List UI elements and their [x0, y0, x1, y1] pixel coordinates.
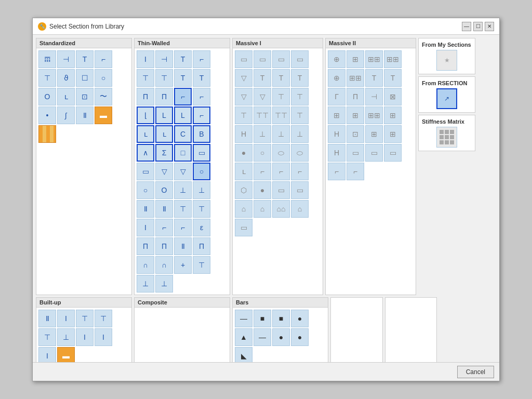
mi-icon-1[interactable]: ▭ — [235, 50, 252, 68]
icon-channel[interactable]: ⊣ — [57, 50, 75, 68]
mii-icon-24[interactable]: ▭ — [384, 144, 402, 162]
bu-icon-8[interactable]: I — [95, 328, 112, 346]
bu-icon-1[interactable]: Ⅱ — [38, 310, 56, 327]
tw-icon-7[interactable]: T — [174, 69, 192, 87]
mi-icon-12[interactable]: ⊤ — [291, 88, 309, 105]
bar-icon-2[interactable]: ■ — [254, 310, 271, 327]
bu-icon-2[interactable]: I — [57, 310, 75, 327]
tw-icon-44[interactable]: Π — [193, 237, 210, 255]
tw-icon-17[interactable]: ʟ — [137, 125, 154, 143]
icon-ibeam2[interactable]: Ⅱ — [76, 107, 94, 124]
mi-icon-4[interactable]: ▭ — [291, 50, 309, 68]
tw-icon-32[interactable]: ⊥ — [193, 181, 210, 199]
mii-icon-14[interactable]: ⊞ — [347, 107, 364, 124]
mi-icon-32[interactable]: ▭ — [291, 181, 309, 199]
bar-icon-6[interactable]: — — [254, 328, 271, 346]
icon-circle[interactable]: ○ — [95, 69, 112, 87]
mi-icon-5[interactable]: ▽ — [235, 69, 252, 87]
mii-icon-8[interactable]: T — [384, 69, 402, 87]
mi-icon-7[interactable]: T — [272, 69, 290, 87]
mi-icon-14[interactable]: ⊤⊤ — [254, 107, 271, 124]
mi-icon-3[interactable]: ▭ — [272, 50, 290, 68]
tw-icon-42[interactable]: Π — [155, 237, 173, 255]
bu-icon-orange[interactable]: ▬ — [57, 347, 75, 362]
tw-icon-24[interactable]: ▭ — [193, 144, 210, 162]
mii-icon-15[interactable]: ⊞⊞ — [365, 107, 383, 124]
tw-icon-2[interactable]: ⊣ — [155, 50, 173, 68]
stiffness-matrix-icon[interactable] — [436, 127, 457, 148]
mi-icon-34[interactable]: ⌂ — [254, 200, 271, 218]
icon-orange-rect[interactable]: ▬ — [95, 107, 112, 124]
tw-icon-29[interactable]: ○ — [137, 181, 154, 199]
tw-icon-14[interactable]: L — [155, 107, 173, 124]
bu-icon-4[interactable]: ⊤ — [95, 310, 112, 327]
icon-box[interactable]: ⊡ — [76, 88, 94, 105]
tw-icon-47[interactable]: + — [174, 256, 192, 274]
tw-icon-43[interactable]: Ⅱ — [174, 237, 192, 255]
mi-icon-33[interactable]: ⌂ — [235, 200, 252, 218]
mi-icon-6[interactable]: T — [254, 69, 271, 87]
mi-icon-10[interactable]: ▽ — [254, 88, 271, 105]
mi-icon-18[interactable]: ⊥ — [254, 125, 271, 143]
mi-icon-16[interactable]: ⊤ — [291, 107, 309, 124]
icon-t-section[interactable]: T — [76, 50, 94, 68]
icon-wave[interactable]: 〜 — [95, 88, 112, 105]
tw-icon-12[interactable]: ⌐ — [193, 88, 210, 105]
bar-icon-4[interactable]: ● — [291, 310, 309, 327]
mi-icon-30[interactable]: ● — [254, 181, 271, 199]
bar-icon-9[interactable]: ◣ — [235, 347, 252, 362]
mii-icon-1[interactable]: ⊕ — [328, 50, 345, 68]
bu-icon-9[interactable]: I — [38, 347, 56, 362]
tw-icon-21[interactable]: ∧ — [137, 144, 154, 162]
mii-icon-12[interactable]: ⊠ — [384, 88, 402, 105]
tw-icon-13[interactable]: ⌊ — [137, 107, 154, 124]
tw-icon-25[interactable]: ▭ — [137, 163, 154, 180]
mi-icon-22[interactable]: ○ — [254, 144, 271, 162]
tw-icon-41[interactable]: Π — [137, 237, 154, 255]
mi-icon-19[interactable]: ⊥ — [272, 125, 290, 143]
bu-icon-5[interactable]: ⊤ — [38, 328, 56, 346]
mi-icon-11[interactable]: ⊤ — [272, 88, 290, 105]
bar-icon-1[interactable]: — — [235, 310, 252, 327]
icon-rect[interactable]: ☐ — [76, 69, 94, 87]
mii-icon-25[interactable]: ⌐ — [328, 163, 345, 180]
mii-icon-9[interactable]: Γ — [328, 88, 345, 105]
tw-icon-34[interactable]: Ⅱ — [155, 200, 173, 218]
minimize-button[interactable]: — — [462, 22, 471, 31]
mi-icon-25[interactable]: ʟ — [235, 163, 252, 180]
tw-icon-33[interactable]: Ⅱ — [137, 200, 154, 218]
tw-icon-23[interactable]: □ — [174, 144, 192, 162]
tw-icon-50[interactable]: ⊥ — [155, 275, 173, 292]
icon-oval[interactable]: O — [38, 88, 56, 105]
mi-icon-28[interactable]: ⌐ — [291, 163, 309, 180]
mi-icon-21[interactable]: ● — [235, 144, 252, 162]
icon-i-beam[interactable]: 𝌠 — [38, 50, 56, 68]
mii-icon-23[interactable]: ▭ — [365, 144, 383, 162]
bar-icon-8[interactable]: ● — [291, 328, 309, 346]
tw-icon-35[interactable]: ⊤ — [174, 200, 192, 218]
bu-icon-7[interactable]: I — [76, 328, 94, 346]
mi-icon-35[interactable]: ⌂⌂ — [272, 200, 290, 218]
tw-icon-18[interactable]: ʟ — [155, 125, 173, 143]
mii-icon-13[interactable]: ⊞ — [328, 107, 345, 124]
tw-icon-8[interactable]: T — [193, 69, 210, 87]
tw-icon-5[interactable]: ⊤ — [137, 69, 154, 87]
tw-icon-39[interactable]: ⌐ — [174, 219, 192, 236]
mi-icon-26[interactable]: ⌐ — [254, 163, 271, 180]
icon-l-shape[interactable]: ʟ — [57, 88, 75, 105]
close-button[interactable]: ✕ — [485, 22, 494, 31]
icon-invt[interactable]: ⊤ — [38, 69, 56, 87]
tw-icon-20[interactable]: B — [193, 125, 210, 143]
from-rsection-icon[interactable]: ↗ — [436, 88, 457, 109]
mi-icon-9[interactable]: ▽ — [235, 88, 252, 105]
tw-icon-49[interactable]: ⊥ — [137, 275, 154, 292]
mi-icon-20[interactable]: ⊥ — [291, 125, 309, 143]
tw-icon-27[interactable]: ▽ — [174, 163, 192, 180]
mii-icon-21[interactable]: H — [328, 144, 345, 162]
tw-icon-4[interactable]: ⌐ — [193, 50, 210, 68]
cancel-button[interactable]: Cancel — [457, 366, 494, 378]
icon-angle[interactable]: ⌐ — [95, 50, 112, 68]
tw-icon-31[interactable]: ⊥ — [174, 181, 192, 199]
tw-icon-36[interactable]: ⊤ — [193, 200, 210, 218]
mii-icon-5[interactable]: ⊕ — [328, 69, 345, 87]
